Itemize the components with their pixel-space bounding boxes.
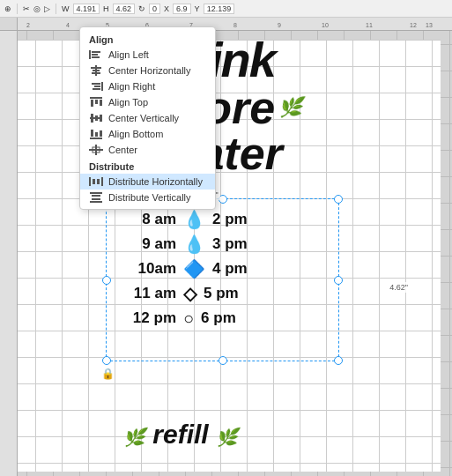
menu-item-dist-h[interactable]: Distribute Horizontally bbox=[80, 174, 215, 190]
handle-bottom-left[interactable] bbox=[102, 356, 111, 365]
svg-rect-3 bbox=[92, 56, 100, 58]
svg-rect-10 bbox=[94, 86, 100, 87]
svg-rect-0 bbox=[89, 50, 91, 59]
svg-rect-23 bbox=[100, 130, 102, 137]
svg-rect-13 bbox=[91, 100, 93, 107]
svg-rect-2 bbox=[92, 54, 98, 56]
svg-rect-7 bbox=[92, 72, 100, 74]
toolbar-y-label: Y bbox=[195, 4, 200, 13]
svg-rect-18 bbox=[95, 115, 98, 121]
svg-rect-14 bbox=[95, 100, 98, 104]
menu-item-center[interactable]: Center bbox=[80, 142, 215, 158]
handle-top-right[interactable] bbox=[334, 195, 343, 204]
dist-h-label: Distribute Horizontally bbox=[108, 176, 203, 187]
svg-rect-20 bbox=[90, 138, 102, 139]
svg-rect-32 bbox=[90, 201, 102, 203]
handle-bottom-right[interactable] bbox=[334, 356, 343, 365]
svg-rect-22 bbox=[95, 132, 98, 137]
svg-rect-27 bbox=[89, 177, 91, 186]
align-right-icon bbox=[89, 81, 103, 92]
ruler-left bbox=[0, 31, 18, 476]
menu-item-dist-v[interactable]: Distribute Vertically bbox=[80, 190, 215, 205]
toolbar-h-label: H bbox=[103, 4, 109, 13]
svg-rect-5 bbox=[91, 67, 101, 69]
svg-rect-11 bbox=[93, 88, 100, 90]
lock-icon: 🔒 bbox=[101, 368, 115, 380]
align-section-label: Align bbox=[80, 31, 215, 47]
align-left-icon bbox=[89, 49, 103, 60]
dist-v-label: Distribute Vertically bbox=[108, 192, 191, 203]
center-h-icon bbox=[89, 65, 103, 76]
refill-area: 🌿 refill 🌿 bbox=[123, 420, 238, 450]
center-v-label: Center Vertically bbox=[108, 113, 179, 123]
align-left-label: Align Left bbox=[108, 49, 149, 60]
dist-h-icon bbox=[89, 176, 103, 187]
toolbar-x-label: X bbox=[164, 4, 169, 13]
menu-item-center-v[interactable]: Center Vertically bbox=[80, 110, 215, 126]
svg-rect-34 bbox=[92, 198, 100, 200]
align-top-icon bbox=[89, 97, 103, 108]
toolbar-width-value[interactable]: 4.191 bbox=[73, 4, 100, 14]
toolbar-circle[interactable]: ◎ bbox=[33, 4, 41, 13]
ruler-corner bbox=[0, 18, 18, 31]
toolbar: ⊕ ✂ ◎ ▷ W 4.191 H 4.62 ↻ 0 X 6.9 Y 12.13… bbox=[0, 0, 452, 18]
toolbar-rotate-value[interactable]: 0 bbox=[149, 4, 160, 14]
center-h-label: Center Horizontally bbox=[108, 65, 191, 76]
svg-rect-12 bbox=[90, 97, 102, 99]
svg-rect-25 bbox=[89, 149, 103, 151]
svg-rect-33 bbox=[92, 195, 100, 197]
toolbar-height-value[interactable]: 4.62 bbox=[113, 4, 136, 14]
dist-v-icon bbox=[89, 192, 103, 203]
menu-item-align-bottom[interactable]: Align Bottom bbox=[80, 126, 215, 142]
center-v-icon bbox=[89, 113, 103, 123]
svg-rect-28 bbox=[101, 177, 103, 186]
toolbar-plus[interactable]: ⊕ bbox=[4, 4, 11, 13]
handle-bottom-center[interactable] bbox=[219, 356, 227, 365]
align-top-label: Align Top bbox=[108, 97, 148, 108]
toolbar-w-label: W bbox=[62, 4, 70, 13]
refill-text: refill bbox=[152, 420, 208, 449]
svg-rect-1 bbox=[92, 51, 100, 53]
svg-rect-17 bbox=[91, 114, 93, 123]
selection-box: 🔒 bbox=[106, 198, 339, 361]
align-right-label: Align Right bbox=[108, 81, 155, 92]
dimension-height: 4.62" bbox=[388, 282, 410, 293]
svg-rect-31 bbox=[90, 192, 102, 194]
leaf-decoration-1: 🌿 bbox=[278, 98, 302, 117]
menu-item-align-top[interactable]: Align Top bbox=[80, 94, 215, 110]
leaf-right: 🌿 bbox=[216, 428, 238, 447]
menu-item-align-left[interactable]: Align Left bbox=[80, 47, 215, 63]
menu-item-center-h[interactable]: Center Horizontally bbox=[80, 63, 215, 78]
toolbar-cut[interactable]: ✂ bbox=[23, 4, 30, 13]
svg-rect-9 bbox=[92, 83, 100, 85]
distribute-section-label: Distribute bbox=[80, 158, 215, 174]
toolbar-rotate-icon: ↻ bbox=[138, 4, 145, 13]
context-menu: Align Align Left Center Horizontally bbox=[79, 26, 216, 210]
leaf-left: 🌿 bbox=[123, 428, 145, 447]
svg-rect-8 bbox=[101, 82, 103, 91]
handle-left-center[interactable] bbox=[102, 276, 111, 285]
toolbar-arrow[interactable]: ▷ bbox=[44, 4, 50, 13]
svg-rect-6 bbox=[93, 70, 100, 71]
align-bottom-icon bbox=[89, 129, 103, 139]
svg-rect-21 bbox=[91, 130, 93, 137]
toolbar-x-value[interactable]: 6.9 bbox=[173, 4, 191, 14]
handle-right-center[interactable] bbox=[334, 276, 343, 285]
center-icon bbox=[89, 145, 103, 155]
svg-rect-30 bbox=[97, 179, 100, 184]
toolbar-y-value[interactable]: 12.139 bbox=[204, 4, 235, 14]
svg-rect-29 bbox=[93, 179, 95, 184]
svg-rect-15 bbox=[100, 100, 102, 106]
svg-rect-19 bbox=[100, 115, 102, 122]
menu-item-align-right[interactable]: Align Right bbox=[80, 78, 215, 94]
align-bottom-label: Align Bottom bbox=[108, 129, 163, 139]
center-label: Center bbox=[108, 145, 137, 155]
